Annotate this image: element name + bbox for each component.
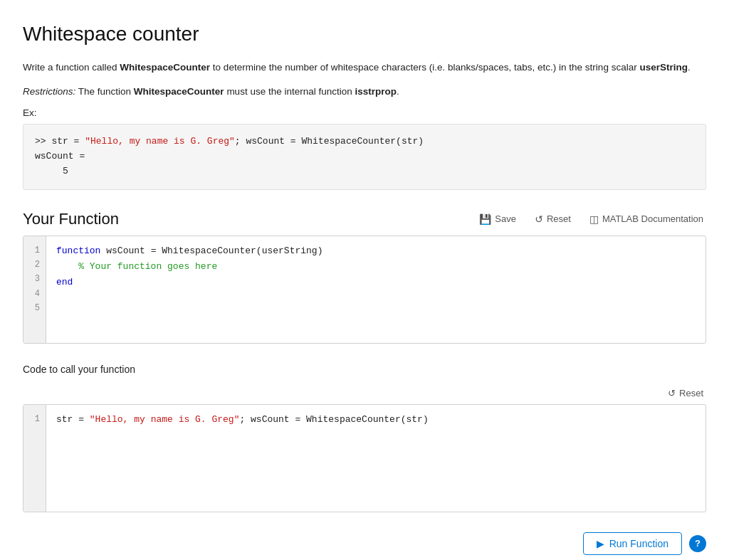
- call-string: "Hello, my name is G. Greg": [90, 414, 240, 425]
- reset-icon: ↻: [535, 213, 543, 225]
- save-icon: 💾: [479, 213, 491, 225]
- restrictions: Restrictions: The function WhitespaceCou…: [23, 84, 706, 100]
- your-function-title: Your Function: [23, 210, 119, 228]
- ex-label: Ex:: [23, 107, 706, 118]
- line-num-4: 4: [29, 287, 40, 301]
- call-function-header: Code to call your function: [23, 364, 706, 379]
- call-line-num-1: 1: [29, 412, 40, 426]
- code-editor[interactable]: 1 2 3 4 5 function wsCount = WhitespaceC…: [23, 236, 706, 344]
- run-function-button[interactable]: ▶ Run Function: [583, 532, 682, 555]
- reset-call-label: Reset: [679, 388, 703, 398]
- run-play-icon: ▶: [597, 538, 604, 549]
- docs-icon: ◫: [589, 213, 599, 225]
- restrictions-mid: must use the internal function: [224, 86, 355, 97]
- call-code-editor[interactable]: 1 str = "Hello, my name is G. Greg"; wsC…: [23, 404, 706, 512]
- your-function-header: Your Function 💾 Save ↻ Reset ◫ MATLAB Do…: [23, 210, 706, 228]
- restrictions-text: The function: [75, 86, 134, 97]
- run-function-label: Run Function: [609, 538, 668, 549]
- code-line-3: % Your function goes here: [56, 259, 696, 275]
- code-line-1: function wsCount = WhitespaceCounter(use…: [56, 243, 696, 259]
- reset-label: Reset: [547, 213, 571, 224]
- line-num-1: 1: [29, 243, 40, 258]
- line-num-5: 5: [29, 301, 40, 315]
- editor-toolbar: 💾 Save ↻ Reset ◫ MATLAB Documentation: [476, 212, 706, 226]
- keyword-end: end: [56, 277, 73, 287]
- line-num-3: 3: [29, 272, 40, 286]
- restrictions-end: .: [397, 86, 399, 97]
- matlab-docs-label: MATLAB Documentation: [602, 213, 703, 224]
- restrictions-prefix: Restrictions:: [23, 86, 75, 97]
- comment-text: % Your function goes here: [56, 261, 217, 272]
- save-label: Save: [495, 213, 516, 224]
- code-text-area[interactable]: function wsCount = WhitespaceCounter(use…: [46, 236, 706, 343]
- reset-button[interactable]: ↻ Reset: [532, 212, 574, 226]
- reset-right-container: ↻ Reset: [23, 386, 706, 400]
- call-code-line-1: str = "Hello, my name is G. Greg"; wsCou…: [56, 412, 696, 428]
- help-label: ?: [695, 538, 701, 549]
- code-to-call-title: Code to call your function: [23, 364, 135, 375]
- call-editor-lines: 1 str = "Hello, my name is G. Greg"; wsC…: [23, 405, 706, 512]
- editor-lines-container: 1 2 3 4 5 function wsCount = WhitespaceC…: [23, 236, 706, 343]
- example-string: "Hello, my name is G. Greg": [85, 136, 235, 147]
- save-button[interactable]: 💾 Save: [476, 212, 519, 226]
- bottom-actions: ▶ Run Function ?: [23, 532, 706, 555]
- restrictions-internal-bold: isstrprop: [355, 86, 397, 97]
- example-code-block: >> str = "Hello, my name is G. Greg"; ws…: [23, 124, 706, 189]
- call-code-line-2: [56, 428, 696, 443]
- call-line-numbers: 1: [23, 405, 46, 512]
- line-numbers: 1 2 3 4 5: [23, 236, 46, 343]
- call-code-text[interactable]: str = "Hello, my name is G. Greg"; wsCou…: [46, 405, 706, 512]
- reset-call-icon: ↻: [668, 388, 676, 398]
- line-num-2: 2: [29, 258, 40, 272]
- func-name-bold: WhitespaceCounter: [120, 62, 210, 73]
- description: Write a function called WhitespaceCounte…: [23, 60, 706, 75]
- restrictions-func-bold: WhitespaceCounter: [134, 86, 224, 97]
- keyword-function: function: [56, 245, 100, 256]
- reset-call-button[interactable]: ↻ Reset: [665, 386, 706, 400]
- code-line-5: end: [56, 275, 696, 290]
- matlab-docs-button[interactable]: ◫ MATLAB Documentation: [587, 212, 706, 226]
- page-title: Whitespace counter: [23, 23, 706, 46]
- param-name-bold: userString: [639, 62, 688, 73]
- help-button[interactable]: ?: [689, 535, 706, 552]
